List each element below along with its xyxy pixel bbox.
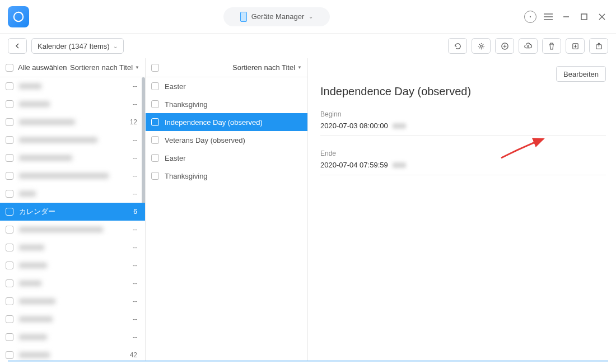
list-item[interactable]: -- [0,256,145,274]
row-checkbox[interactable] [6,279,13,287]
row-checkbox[interactable] [6,100,13,108]
item-count: -- [133,226,139,234]
row-checkbox[interactable] [6,118,13,126]
blurred-text [19,227,103,232]
calendar-list: ----12--------カレンダー6--------------42 [0,77,145,361]
help-icon[interactable] [524,11,536,23]
row-checkbox[interactable] [6,154,13,162]
back-button[interactable] [8,38,27,54]
row-checkbox[interactable] [151,154,159,162]
item-count: -- [133,244,139,251]
refresh-button[interactable] [448,38,467,54]
row-checkbox[interactable] [6,315,13,323]
row-checkbox[interactable] [151,82,159,90]
item-label: Thanksgiving [165,172,208,180]
row-checkbox[interactable] [6,226,13,234]
col1-sort[interactable]: Sortieren nach Titel ▼ [70,63,139,72]
row-checkbox[interactable] [151,172,159,180]
list-item[interactable]: -- [0,310,145,328]
export-button[interactable] [589,38,608,54]
list-item[interactable]: Easter [146,77,307,95]
blurred-text [19,155,72,161]
add-button[interactable] [495,38,514,54]
maximize-icon[interactable] [578,11,590,23]
close-icon[interactable] [596,11,608,23]
list-item[interactable]: -- [0,149,145,167]
end-label: Ende [320,150,606,157]
list-item[interactable]: 42 [0,346,145,361]
blurred-text [393,123,406,129]
sort-label: Sortieren nach Titel [70,63,133,72]
row-checkbox[interactable] [6,190,13,198]
list-item[interactable]: Thanksgiving [146,95,307,113]
list-item[interactable]: -- [0,221,145,239]
item-label: Easter [165,154,186,162]
row-checkbox[interactable] [6,82,13,90]
edit-button-label: Bearbeiten [563,70,599,78]
item-count: -- [133,315,139,323]
blurred-text [19,173,109,179]
list-item[interactable]: Independence Day (observed) [146,113,307,131]
list-item[interactable]: -- [0,77,145,95]
col2-sort[interactable]: Sortieren nach Titel ▼ [232,63,302,72]
row-checkbox[interactable] [6,172,13,180]
breadcrumb-label: Kalender (1347 Items) [38,42,110,50]
import-button[interactable] [566,38,585,54]
row-checkbox[interactable] [6,351,13,359]
list-item[interactable]: Thanksgiving [146,167,307,185]
item-count: -- [133,100,139,108]
blurred-text [19,352,50,358]
blurred-text [393,162,406,168]
list-item[interactable]: カレンダー6 [0,203,145,221]
item-label: Thanksgiving [165,100,208,109]
blurred-text [19,119,75,125]
select-all-checkbox[interactable] [6,64,13,72]
breadcrumb-dropdown[interactable]: Kalender (1347 Items) ⌄ [31,38,124,54]
cloud-button[interactable] [519,38,538,54]
blurred-text [19,316,53,322]
device-selector[interactable]: Geräte Manager ⌄ [223,7,330,26]
blurred-text [19,334,47,340]
list-item[interactable]: -- [0,274,145,292]
list-item[interactable]: Easter [146,149,307,167]
list-item[interactable]: 12 [0,113,145,131]
row-checkbox[interactable] [6,297,13,305]
row-checkbox[interactable] [6,136,13,144]
row-checkbox[interactable] [151,136,159,144]
list-item[interactable]: -- [0,95,145,113]
triangle-down-icon: ▼ [135,65,139,70]
list-item[interactable]: Veterans Day (observed) [146,131,307,149]
settings-button[interactable] [472,38,491,54]
chevron-down-icon: ⌄ [113,43,118,49]
list-item[interactable]: -- [0,328,145,346]
list-item[interactable]: -- [0,292,145,310]
row-checkbox[interactable] [6,262,13,269]
row-checkbox[interactable] [6,333,13,341]
list-item[interactable]: -- [0,185,145,203]
event-list-panel: Sortieren nach Titel ▼ EasterThanksgivin… [146,58,308,361]
blurred-text [19,245,44,250]
edit-button[interactable]: Bearbeiten [556,66,606,82]
chevron-down-icon: ⌄ [309,13,313,20]
minimize-icon[interactable] [560,11,572,23]
delete-button[interactable] [542,38,561,54]
row-checkbox[interactable] [6,208,13,216]
select-all-checkbox[interactable] [151,64,159,72]
event-title: Independence Day (observed) [320,85,606,98]
list-item[interactable]: -- [0,167,145,185]
item-count: -- [133,154,139,162]
app-header: Geräte Manager ⌄ [0,0,616,34]
blurred-text [19,83,41,89]
svg-point-9 [480,45,482,47]
list-item[interactable]: -- [0,131,145,149]
app-logo [8,6,29,27]
row-checkbox[interactable] [151,118,159,126]
menu-icon[interactable] [542,11,554,23]
row-checkbox[interactable] [6,244,13,251]
item-label: カレンダー [19,207,55,217]
item-count: -- [133,172,139,180]
item-count: 42 [130,351,139,359]
item-count: -- [133,297,139,305]
list-item[interactable]: -- [0,239,145,256]
row-checkbox[interactable] [151,100,159,108]
